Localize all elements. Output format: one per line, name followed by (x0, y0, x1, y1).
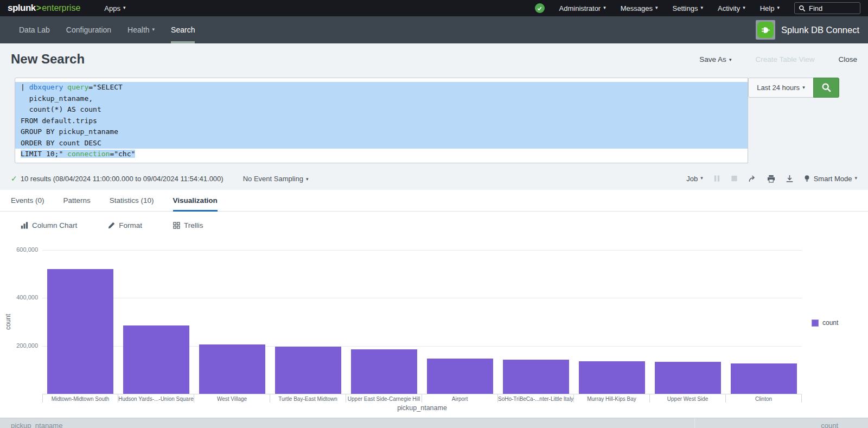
bar[interactable] (503, 360, 569, 394)
query-token: count(*) AS count (21, 105, 101, 113)
run-search-button[interactable] (813, 78, 839, 98)
x-axis-label: Upper East Side-Carnegie Hill (346, 394, 422, 403)
bar[interactable] (351, 349, 417, 394)
find-input[interactable] (809, 4, 852, 12)
export-download-icon[interactable] (786, 175, 794, 183)
event-sampling-dropdown[interactable]: No Event Sampling▾ (243, 175, 309, 183)
query-line-text: | dbxquery query="SELECT (21, 83, 123, 91)
app-navbar: Data LabConfigurationHealth▾Search Splun… (0, 16, 868, 43)
x-axis-label: Upper West Side (650, 394, 726, 403)
job-menu[interactable]: Job▾ (686, 175, 703, 183)
search-icon (799, 5, 806, 12)
print-icon[interactable] (767, 175, 775, 183)
bar[interactable] (731, 363, 797, 394)
nav-label: Configuration (66, 25, 111, 34)
plug-icon (761, 25, 771, 35)
nav-configuration[interactable]: Configuration (58, 16, 119, 43)
menu-label: Activity (718, 4, 740, 12)
menu-help[interactable]: Help▾ (760, 4, 780, 12)
x-axis-label: Turtle Bay-East Midtown (270, 394, 346, 403)
query-token: pickup_ntaname, (21, 94, 93, 103)
db-connect-app-icon[interactable] (756, 20, 775, 40)
menu-messages[interactable]: Messages▾ (621, 4, 658, 12)
query-token: ="chc" (110, 150, 135, 158)
save-as-button[interactable]: Save As▾ (699, 55, 731, 63)
smart-mode-dropdown[interactable]: Smart Mode ▾ (804, 175, 857, 183)
pause-icon (713, 175, 720, 182)
bar-slot (346, 349, 422, 394)
bar-slot (270, 347, 346, 394)
bar[interactable] (47, 269, 113, 394)
statistics-table-header: pickup_ntaname count (0, 418, 868, 428)
column-chart: count 200,000400,000600,000 Midtown-Midt… (0, 239, 868, 418)
query-line-text: FROM default.trips (21, 117, 97, 125)
bar-slot (422, 359, 498, 394)
menu-activity[interactable]: Activity▾ (718, 4, 745, 12)
results-tabs: Events (0)PatternsStatistics (10)Visuali… (0, 190, 868, 212)
tab-statistics-10[interactable]: Statistics (10) (110, 190, 154, 212)
bar[interactable] (579, 361, 645, 394)
share-icon[interactable] (748, 175, 757, 183)
lightbulb-icon (804, 175, 810, 183)
plot-area (42, 250, 802, 394)
x-axis-label: West Village (194, 394, 270, 403)
chevron-down-icon: ▾ (743, 5, 745, 10)
column-header-pickup-ntaname[interactable]: pickup_ntaname (0, 418, 694, 428)
bar-slot (574, 361, 650, 394)
time-range-picker[interactable]: Last 24 hours ▾ (748, 78, 814, 98)
tab-visualization[interactable]: Visualization (173, 190, 218, 212)
bar[interactable] (123, 325, 189, 394)
format-button[interactable]: Format (108, 221, 142, 229)
chart-legend[interactable]: count (812, 319, 838, 327)
chevron-down-icon: ▾ (152, 27, 155, 32)
query-token: ="SELECT (88, 83, 123, 91)
query-line: count(*) AS count (15, 104, 748, 116)
nav-search[interactable]: Search (163, 16, 203, 43)
x-axis-label: Airport (422, 394, 498, 403)
query-token: connection (67, 150, 110, 158)
menu-administrator[interactable]: Administrator▾ (559, 4, 606, 12)
chevron-down-icon: ▾ (854, 175, 857, 181)
query-line: pickup_ntaname, (15, 93, 748, 105)
nav-data-lab[interactable]: Data Lab (11, 16, 58, 43)
bar[interactable] (655, 362, 721, 394)
query-line: ORDER BY count DESC (15, 138, 748, 149)
x-axis-label: Midtown-Midtown South (42, 394, 118, 403)
bar[interactable] (199, 344, 265, 394)
column-header-count[interactable]: count (694, 418, 868, 428)
query-token: ORDER BY count DESC (21, 139, 101, 147)
query-line-text: pickup_ntaname, (21, 94, 93, 103)
nav-health[interactable]: Health▾ (119, 16, 163, 43)
tab-events-0[interactable]: Events (0) (11, 190, 44, 212)
x-axis-title: pickup_ntaname (42, 404, 802, 412)
chart-type-picker[interactable]: Column Chart (21, 221, 77, 229)
bar[interactable] (275, 347, 341, 394)
bar[interactable] (427, 359, 493, 394)
logo-brand: splunk (8, 3, 36, 14)
splunk-logo[interactable]: splunk>enterprise (8, 3, 80, 14)
legend-swatch (812, 320, 819, 327)
tab-patterns[interactable]: Patterns (63, 190, 91, 212)
query-line: LIMIT 10;" connection="chc" (15, 149, 748, 160)
page-title: New Search (11, 52, 85, 67)
x-axis-label: Hudson Yards-...-Union Square (118, 394, 194, 403)
chevron-down-icon: ▾ (700, 175, 703, 181)
health-status-icon[interactable] (535, 3, 545, 13)
find-search-box[interactable] (794, 2, 860, 14)
query-line: | dbxquery query="SELECT (15, 82, 748, 93)
y-axis-title: count (4, 250, 12, 394)
chevron-down-icon: ▾ (802, 85, 805, 90)
close-button[interactable]: Close (838, 55, 857, 63)
apps-menu[interactable]: Apps ▾ (104, 4, 125, 12)
legend-label: count (822, 319, 838, 327)
pencil-icon (108, 222, 115, 229)
menu-settings[interactable]: Settings▾ (673, 4, 704, 12)
search-query-input[interactable]: | dbxquery query="SELECT pickup_ntaname,… (15, 78, 748, 163)
query-token: query (67, 83, 88, 91)
x-axis-label: Clinton (726, 394, 802, 403)
chevron-down-icon: ▾ (700, 5, 703, 10)
trellis-button[interactable]: Trellis (173, 221, 203, 229)
menu-label: Settings (673, 4, 698, 12)
y-axis-tick-label: 200,000 (0, 342, 38, 349)
chevron-down-icon: ▾ (306, 176, 309, 182)
